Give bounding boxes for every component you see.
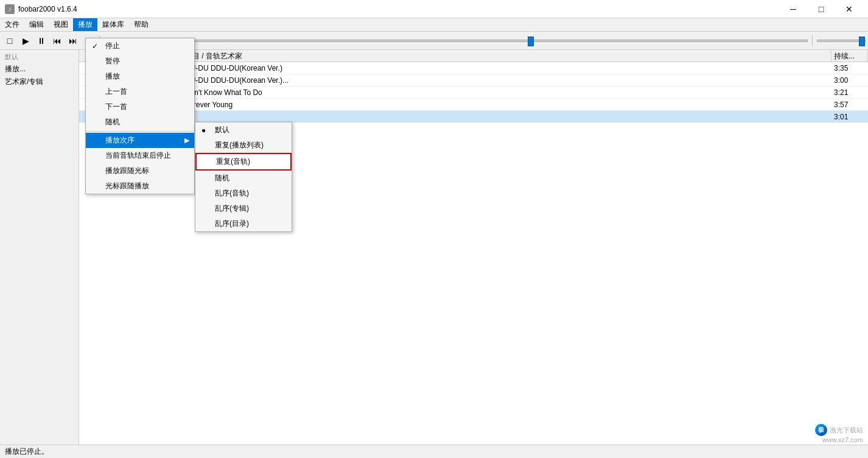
- row-duration: 3:00: [831, 76, 868, 85]
- menu-order[interactable]: 播放次序 ▶: [86, 133, 194, 148]
- order-repeat-list[interactable]: 重复(播放列表): [195, 138, 292, 153]
- title-bar-left: ♪ foobar2000 v1.6.4: [5, 4, 77, 14]
- menu-cursor-follows2[interactable]: 光标跟随播放: [86, 178, 194, 194]
- order-shuffle-tracks[interactable]: 乱序(音轨): [195, 186, 292, 201]
- row-duration: 3:57: [831, 100, 868, 109]
- row-duration: 3:21: [831, 88, 868, 97]
- row-title: Forever Young: [183, 100, 831, 109]
- volume-bar[interactable]: [817, 40, 866, 42]
- menu-help[interactable]: 帮助: [129, 18, 153, 31]
- order-arrow: ▶: [184, 136, 189, 144]
- stop-btn[interactable]: □: [2, 34, 17, 48]
- playback-dropdown[interactable]: ✓ 停止 暂停 播放 上一首 下一首 随机 播放次序 ▶ 当前音轨结束后停止 播…: [85, 38, 195, 194]
- prev-btn[interactable]: ⏮: [50, 34, 65, 48]
- next-btn[interactable]: ⏭: [66, 34, 80, 48]
- vol-separator: [812, 35, 813, 46]
- window-controls: ─ □ ✕: [779, 0, 863, 18]
- seek-bar-container: [108, 35, 866, 46]
- title-bar: ♪ foobar2000 v1.6.4 ─ □ ✕: [0, 0, 868, 18]
- watermark-line2: 激光下载站: [830, 426, 863, 435]
- play-btn[interactable]: ▶: [18, 34, 33, 48]
- menu-cursor-follows[interactable]: 播放跟随光标: [86, 163, 194, 178]
- menu-edit[interactable]: 编辑: [24, 18, 49, 31]
- playlist-row[interactable]: BLACKPINK - Don't Know What To Do 3:21: [79, 86, 868, 99]
- watermark-line1: www.xz7.com: [822, 436, 863, 443]
- row-duration: 3:35: [831, 64, 868, 72]
- order-random[interactable]: 随机: [195, 171, 292, 186]
- close-button[interactable]: ✕: [835, 0, 863, 18]
- menu-view[interactable]: 视图: [49, 18, 73, 31]
- sidebar-default-label: 默认: [0, 51, 79, 63]
- status-bar: 播放已停止。: [0, 445, 868, 458]
- row-title: Don't Know What To Do: [183, 88, 831, 97]
- row-duration: 3:01: [831, 113, 868, 121]
- order-repeat-track[interactable]: 重复(音轨): [195, 153, 292, 171]
- check-default: ●: [201, 126, 206, 135]
- check-stop: ✓: [92, 42, 98, 51]
- order-default[interactable]: ● 默认: [195, 122, 292, 138]
- order-submenu[interactable]: ● 默认 重复(播放列表) 重复(音轨) 随机 乱序(音轨) 乱序(专辑) 乱序…: [195, 122, 292, 232]
- menu-playback[interactable]: 播放: [73, 18, 97, 31]
- menu-stop[interactable]: ✓ 停止: [86, 38, 194, 54]
- order-shuffle-dirs[interactable]: 乱序(目录): [195, 216, 292, 231]
- menu-file[interactable]: 文件: [0, 18, 24, 31]
- minimize-button[interactable]: ─: [779, 0, 807, 18]
- playlist-row[interactable]: BLACKPINK - Forever Young 3:57: [79, 99, 868, 111]
- menu-play[interactable]: 播放: [86, 69, 194, 84]
- order-shuffle-albums[interactable]: 乱序(专辑): [195, 201, 292, 216]
- playlist-row[interactable]: BLACKPINK - 3:01: [79, 111, 868, 123]
- col-title-header: 题目 / 音轨艺术家: [183, 50, 831, 62]
- playlist-rows: BLACKPINK - DU-DU DDU-DU(Korean Ver.) 3:…: [79, 62, 868, 445]
- app-icon: ♪: [5, 4, 15, 14]
- menu-sep: [86, 131, 194, 132]
- menu-prev[interactable]: 上一首: [86, 84, 194, 99]
- playlist-header: 艺术家/专辑 题目 / 音轨艺术家 持续...: [79, 50, 868, 62]
- seek-bar[interactable]: [108, 40, 808, 42]
- playlist-row[interactable]: BLACKPINK - DU-DU DDU-DU(Korean Ver.) 3:…: [79, 62, 868, 74]
- pause-btn[interactable]: ⏸: [34, 34, 49, 48]
- col-dur-header: 持续...: [831, 50, 868, 62]
- sidebar-item-playback[interactable]: 播放...: [0, 63, 79, 76]
- watermark-logo: 极 激光下载站: [815, 424, 863, 436]
- watermark: 极 激光下载站 www.xz7.com: [815, 424, 863, 443]
- menu-next[interactable]: 下一首: [86, 99, 194, 114]
- row-title: DU-DU DDU-DU(Korean Ver.)...: [183, 76, 831, 85]
- menu-pause[interactable]: 暂停: [86, 54, 194, 69]
- seek-thumb: [528, 37, 534, 46]
- menu-bar: 文件 编辑 视图 播放 媒体库 帮助: [0, 18, 868, 32]
- playlist-row[interactable]: ? - ? DU-DU DDU-DU(Korean Ver.)... 3:00: [79, 74, 868, 86]
- sidebar: 默认 播放... 艺术家/专辑: [0, 50, 79, 445]
- maximize-button[interactable]: □: [807, 0, 835, 18]
- menu-random[interactable]: 随机: [86, 114, 194, 130]
- playlist-area: 艺术家/专辑 题目 / 音轨艺术家 持续... BLACKPINK - DU-D…: [79, 50, 868, 445]
- row-title: DU-DU DDU-DU(Korean Ver.): [183, 64, 831, 72]
- status-text: 播放已停止。: [5, 446, 49, 457]
- sidebar-item-artist-album[interactable]: 艺术家/专辑: [0, 76, 79, 88]
- menu-library[interactable]: 媒体库: [97, 18, 129, 31]
- menu-stop-after[interactable]: 当前音轨结束后停止: [86, 148, 194, 163]
- watermark-icon: 极: [815, 424, 827, 436]
- volume-thumb: [859, 37, 865, 46]
- app-title: foobar2000 v1.6.4: [18, 5, 77, 13]
